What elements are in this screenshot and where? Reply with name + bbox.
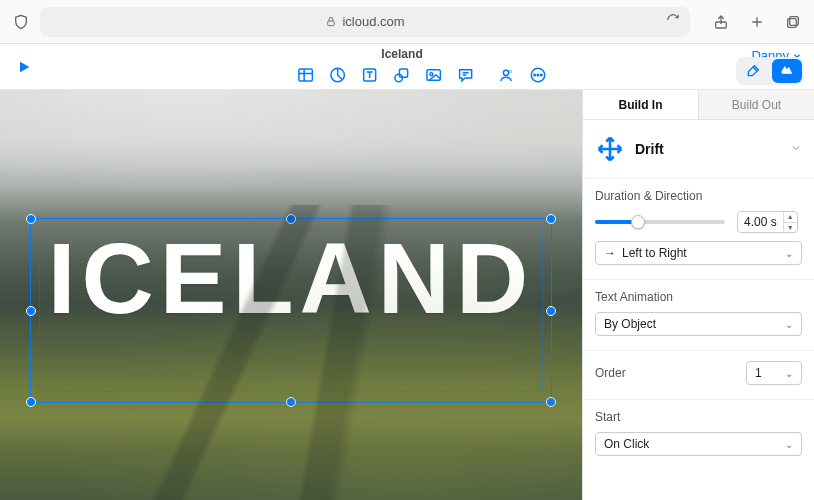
more-icon[interactable] — [529, 66, 547, 84]
collaborate-icon[interactable] — [497, 66, 515, 84]
svg-rect-4 — [299, 69, 313, 81]
duration-section-title: Duration & Direction — [595, 189, 802, 203]
chevron-updown-icon: ⌄ — [785, 368, 793, 379]
address-bar[interactable]: icloud.com — [40, 7, 690, 37]
svg-rect-7 — [399, 69, 407, 77]
duration-slider[interactable] — [595, 220, 725, 224]
media-tool-icon[interactable] — [425, 66, 443, 84]
tab-build-in[interactable]: Build In — [583, 90, 699, 119]
svg-point-15 — [537, 74, 539, 76]
privacy-shield-icon[interactable] — [10, 11, 32, 33]
text-animation-value: By Object — [604, 317, 779, 331]
share-icon[interactable] — [710, 11, 732, 33]
animate-button[interactable] — [772, 59, 802, 83]
text-animation-section-title: Text Animation — [595, 290, 802, 304]
resize-handle-tl[interactable] — [26, 214, 36, 224]
text-selection-box[interactable]: ICELAND — [30, 218, 552, 403]
svg-point-10 — [430, 73, 433, 76]
stepper-up-icon[interactable]: ▲ — [784, 212, 797, 223]
duration-value-input[interactable]: 4.00 s ▲ ▼ — [737, 211, 798, 233]
svg-point-16 — [540, 74, 542, 76]
tabs-icon[interactable] — [782, 11, 804, 33]
direction-value: Left to Right — [622, 246, 779, 260]
document-title: Iceland — [381, 47, 422, 61]
chevron-updown-icon: ⌄ — [785, 248, 793, 259]
duration-value: 4.00 s — [738, 215, 783, 229]
resize-handle-tr[interactable] — [546, 214, 556, 224]
resize-handle-bm[interactable] — [286, 397, 296, 407]
slide-canvas[interactable]: ICELAND — [0, 90, 582, 500]
resize-handle-bl[interactable] — [26, 397, 36, 407]
order-select[interactable]: 1 ⌄ — [746, 361, 802, 385]
svg-rect-2 — [790, 16, 799, 25]
arrow-right-icon: → — [604, 246, 616, 260]
svg-point-14 — [533, 74, 535, 76]
direction-select[interactable]: → Left to Right ⌄ — [595, 241, 802, 265]
refresh-icon[interactable] — [666, 13, 680, 31]
start-select[interactable]: On Click ⌄ — [595, 432, 802, 456]
resize-handle-br[interactable] — [546, 397, 556, 407]
effect-name: Drift — [635, 141, 780, 157]
comment-tool-icon[interactable] — [457, 66, 475, 84]
order-section-title: Order — [595, 366, 626, 380]
url-text: icloud.com — [342, 14, 404, 29]
slider-thumb[interactable] — [631, 215, 645, 229]
svg-point-11 — [503, 70, 508, 75]
new-tab-icon[interactable] — [746, 11, 768, 33]
effect-selector[interactable]: Drift — [583, 120, 814, 179]
start-section-title: Start — [595, 410, 802, 424]
slide-title-text[interactable]: ICELAND — [31, 221, 551, 336]
resize-handle-mr[interactable] — [546, 306, 556, 316]
drift-effect-icon — [595, 134, 625, 164]
text-tool-icon[interactable] — [361, 66, 379, 84]
format-brush-button[interactable] — [738, 59, 768, 83]
chevron-updown-icon: ⌄ — [785, 439, 793, 450]
shape-tool-icon[interactable] — [393, 66, 411, 84]
lock-icon — [325, 16, 336, 27]
svg-rect-0 — [328, 21, 334, 26]
tab-build-out[interactable]: Build Out — [699, 90, 814, 119]
browser-toolbar: icloud.com — [0, 0, 814, 44]
chevron-updown-icon: ⌄ — [785, 319, 793, 330]
text-animation-select[interactable]: By Object ⌄ — [595, 312, 802, 336]
app-toolbar: Iceland Danny — [0, 44, 814, 90]
order-value: 1 — [755, 366, 779, 380]
chart-tool-icon[interactable] — [329, 66, 347, 84]
chevron-down-icon — [790, 142, 802, 157]
resize-handle-ml[interactable] — [26, 306, 36, 316]
svg-rect-3 — [788, 18, 797, 27]
start-value: On Click — [604, 437, 779, 451]
inspector-panel: Build In Build Out Drift Duration & Dire… — [582, 90, 814, 500]
stepper-down-icon[interactable]: ▼ — [784, 223, 797, 233]
table-tool-icon[interactable] — [297, 66, 315, 84]
svg-rect-9 — [427, 70, 441, 81]
play-button[interactable] — [16, 59, 32, 75]
resize-handle-tm[interactable] — [286, 214, 296, 224]
